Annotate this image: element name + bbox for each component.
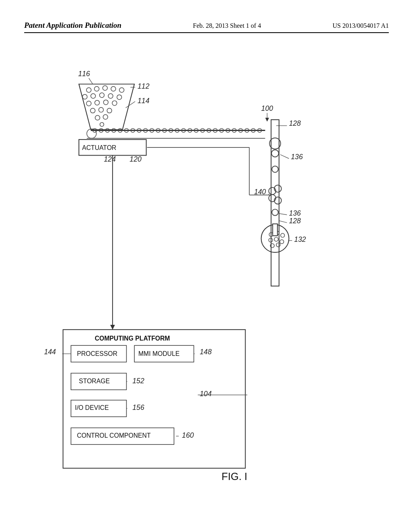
svg-point-13 bbox=[104, 100, 108, 105]
diagram-area: .ref { font-family: Arial, sans-serif; f… bbox=[24, 52, 389, 508]
svg-text:I/O DEVICE: I/O DEVICE bbox=[75, 404, 109, 411]
svg-text:100: 100 bbox=[261, 104, 273, 112]
svg-marker-96 bbox=[110, 325, 115, 330]
svg-text:PROCESSOR: PROCESSOR bbox=[77, 350, 117, 357]
svg-point-1 bbox=[86, 87, 91, 92]
svg-point-15 bbox=[90, 108, 95, 113]
svg-text:114: 114 bbox=[138, 97, 150, 105]
header-left: Patent Application Publication bbox=[24, 21, 121, 30]
svg-text:140: 140 bbox=[254, 188, 266, 196]
svg-line-22 bbox=[89, 78, 93, 84]
svg-text:FIG. I: FIG. I bbox=[221, 471, 247, 482]
svg-point-6 bbox=[82, 94, 87, 99]
svg-text:144: 144 bbox=[44, 348, 56, 356]
svg-point-5 bbox=[119, 87, 124, 92]
svg-line-82 bbox=[279, 221, 287, 223]
svg-text:124: 124 bbox=[104, 155, 116, 163]
svg-text:ACTUATOR: ACTUATOR bbox=[82, 144, 116, 151]
svg-text:COMPUTING PLATFORM: COMPUTING PLATFORM bbox=[95, 335, 170, 342]
svg-point-4 bbox=[111, 87, 116, 91]
svg-text:116: 116 bbox=[78, 70, 90, 78]
svg-text:152: 152 bbox=[132, 377, 144, 385]
header-center: Feb. 28, 2013 Sheet 1 of 4 bbox=[193, 22, 261, 29]
svg-point-14 bbox=[112, 101, 117, 106]
svg-text:120: 120 bbox=[129, 155, 142, 163]
svg-point-88 bbox=[274, 237, 278, 241]
svg-point-12 bbox=[95, 100, 100, 105]
svg-point-9 bbox=[108, 94, 113, 98]
svg-text:132: 132 bbox=[294, 235, 306, 243]
svg-marker-0 bbox=[79, 84, 135, 130]
svg-point-17 bbox=[107, 108, 112, 113]
svg-line-26 bbox=[126, 102, 136, 108]
svg-point-11 bbox=[86, 101, 91, 106]
svg-text:148: 148 bbox=[200, 348, 212, 356]
svg-point-71 bbox=[272, 166, 278, 172]
svg-point-91 bbox=[276, 243, 280, 247]
svg-point-16 bbox=[99, 108, 104, 112]
svg-text:104: 104 bbox=[200, 390, 212, 398]
svg-point-20 bbox=[100, 123, 104, 127]
page: Patent Application Publication Feb. 28, … bbox=[0, 0, 413, 532]
svg-text:STORAGE: STORAGE bbox=[79, 378, 110, 384]
svg-point-68 bbox=[271, 150, 279, 157]
svg-point-10 bbox=[117, 95, 122, 100]
svg-text:112: 112 bbox=[138, 82, 150, 90]
svg-point-18 bbox=[95, 115, 100, 120]
svg-text:160: 160 bbox=[182, 431, 194, 439]
svg-point-89 bbox=[280, 240, 284, 244]
svg-point-19 bbox=[103, 114, 108, 119]
patent-diagram: .ref { font-family: Arial, sans-serif; f… bbox=[24, 52, 389, 508]
svg-point-8 bbox=[100, 93, 104, 98]
svg-text:156: 156 bbox=[132, 403, 144, 411]
svg-rect-92 bbox=[273, 224, 277, 235]
svg-point-2 bbox=[94, 87, 99, 91]
svg-line-80 bbox=[279, 214, 287, 215]
svg-line-70 bbox=[280, 155, 289, 159]
svg-text:128: 128 bbox=[289, 119, 301, 127]
svg-text:136: 136 bbox=[291, 153, 303, 161]
svg-text:MMI MODULE: MMI MODULE bbox=[138, 350, 179, 357]
svg-text:128: 128 bbox=[289, 217, 301, 225]
svg-point-7 bbox=[91, 94, 96, 98]
header-right: US 2013/0054017 A1 bbox=[332, 22, 389, 29]
svg-point-78 bbox=[272, 209, 278, 216]
svg-point-86 bbox=[281, 233, 285, 237]
page-header: Patent Application Publication Feb. 28, … bbox=[24, 21, 389, 33]
svg-text:136: 136 bbox=[289, 209, 301, 217]
svg-text:CONTROL COMPONENT: CONTROL COMPONENT bbox=[77, 432, 151, 439]
svg-point-3 bbox=[103, 86, 108, 91]
